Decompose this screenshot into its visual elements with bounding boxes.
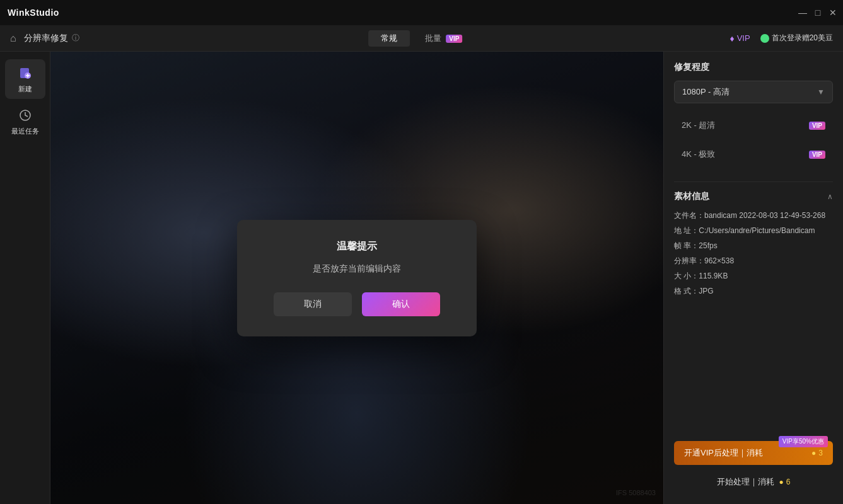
vip-coin-icon: ● (811, 449, 816, 457)
resolution-select[interactable]: 1080P - 高清 ▼ (674, 81, 833, 103)
coin-icon (760, 34, 769, 43)
titlebar: WinkStudio — □ ✕ (0, 0, 843, 25)
close-button[interactable]: ✕ (828, 8, 838, 18)
resolution-2k-label: 2K - 超清 (682, 120, 715, 131)
app-logo: WinkStudio (8, 8, 59, 18)
maximize-button[interactable]: □ (813, 8, 823, 18)
resolution-option-4k[interactable]: 4K - 极致 VIP (674, 142, 833, 166)
start-coin-icon: ● (779, 478, 784, 486)
material-section-header: 素材信息 ∧ (674, 191, 833, 202)
material-size: 大 小：115.9KB (674, 270, 833, 282)
material-fps: 帧 率：25fps (674, 240, 833, 251)
start-process-label: 开始处理｜消耗 (717, 476, 774, 488)
sidebar-item-new[interactable]: 新建 (5, 59, 45, 99)
material-filename: 文件名：bandicam 2022-08-03 12-49-53-268 (674, 210, 833, 221)
dialog-message: 是否放弃当前编辑内容 (262, 263, 451, 275)
resolution-selected-label: 1080P - 高清 (682, 86, 730, 98)
sidebar-item-recent[interactable]: 最近任务 (5, 101, 45, 141)
minimize-button[interactable]: — (798, 8, 808, 18)
material-resolution: 分辨率：962×538 (674, 255, 833, 266)
register-bonus-label: 首次登录赠20美豆 (772, 33, 833, 43)
material-format: 格 式：JPG (674, 285, 833, 297)
chevron-down-icon: ▼ (817, 88, 825, 96)
start-process-cost: ● 6 (779, 478, 791, 486)
vip-discount-badge: VIP享50%优惠 (779, 436, 828, 447)
sidebar-new-label: 新建 (18, 84, 32, 94)
resolution-2k-vip-badge: VIP (809, 122, 825, 130)
repair-degree-title: 修复程度 (674, 62, 833, 73)
dialog-cancel-button[interactable]: 取消 (274, 292, 352, 316)
sidebar: 新建 最近任务 (0, 52, 50, 504)
vip-button[interactable]: ♦ VIP (730, 33, 750, 43)
vip-diamond-icon: ♦ (730, 33, 735, 43)
material-path: 地 址：C:/Users/andre/Pictures/Bandicam (674, 225, 833, 236)
dialog-title: 温馨提示 (262, 240, 451, 253)
right-panel: 修复程度 1080P - 高清 ▼ 2K - 超清 VIP 4K - 极致 VI… (663, 52, 843, 504)
tab-normal[interactable]: 常规 (368, 30, 410, 47)
toolbar: ⌂ 分辨率修复 ⓘ 常规 批量 VIP ♦ VIP 首次登录赠20美豆 (0, 25, 843, 52)
resolution-4k-vip-badge: VIP (809, 151, 825, 159)
dialog-overlay: 温馨提示 是否放弃当前编辑内容 取消 确认 (50, 52, 663, 504)
confirm-dialog: 温馨提示 是否放弃当前编辑内容 取消 确认 (237, 220, 477, 336)
new-icon (16, 64, 34, 82)
vip-process-cost: ● 3 (811, 449, 823, 457)
toolbar-right: ♦ VIP 首次登录赠20美豆 (730, 33, 833, 43)
resolution-4k-label: 4K - 极致 (682, 149, 715, 160)
toolbar-title-area: 分辨率修复 ⓘ (24, 33, 79, 44)
material-section: 素材信息 ∧ 文件名：bandicam 2022-08-03 12-49-53-… (674, 181, 833, 301)
page-title: 分辨率修复 (24, 33, 68, 44)
bottom-buttons: VIP享50%优惠 开通VIP后处理｜消耗 ● 3 开始处理｜消耗 ● 6 (674, 441, 833, 494)
vip-process-label: 开通VIP后处理｜消耗 (684, 447, 763, 459)
resolution-option-2k[interactable]: 2K - 超清 VIP (674, 113, 833, 137)
window-controls: — □ ✕ (798, 8, 838, 18)
content-area: IFS 5088403 温馨提示 是否放弃当前编辑内容 取消 确认 (50, 52, 663, 504)
info-icon[interactable]: ⓘ (72, 33, 79, 43)
resolution-options-list: 2K - 超清 VIP 4K - 极致 VIP (674, 113, 833, 166)
toolbar-tabs: 常规 批量 VIP (368, 30, 475, 47)
dialog-buttons: 取消 确认 (262, 292, 451, 316)
collapse-icon[interactable]: ∧ (827, 192, 833, 201)
batch-vip-badge: VIP (446, 35, 462, 43)
material-info-title: 素材信息 (674, 191, 709, 202)
vip-process-button[interactable]: VIP享50%优惠 开通VIP后处理｜消耗 ● 3 (674, 441, 833, 465)
register-bonus: 首次登录赠20美豆 (760, 33, 833, 43)
sidebar-recent-label: 最近任务 (11, 127, 39, 136)
vip-label: VIP (737, 33, 750, 43)
recent-icon (16, 106, 34, 124)
start-process-button[interactable]: 开始处理｜消耗 ● 6 (674, 470, 833, 494)
main-layout: 新建 最近任务 IFS 5088403 温馨提示 (0, 52, 843, 504)
tab-batch[interactable]: 批量 VIP (412, 30, 475, 47)
home-button[interactable]: ⌂ (10, 33, 16, 44)
dialog-confirm-button[interactable]: 确认 (362, 292, 440, 316)
